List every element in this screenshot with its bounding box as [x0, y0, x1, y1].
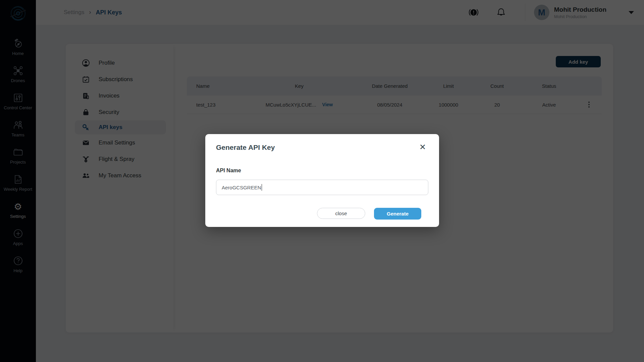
modal-buttons: close Generate [317, 208, 421, 220]
text-cursor [262, 184, 262, 191]
close-button[interactable]: close [317, 208, 365, 219]
modal-title: Generate API Key [216, 143, 275, 152]
api-name-input[interactable]: AeroGCSGREEN [216, 180, 428, 195]
generate-button[interactable]: Generate [374, 208, 421, 220]
app-root: Home Drones [0, 0, 644, 362]
generate-api-key-modal: Generate API Key ✕ API Name AeroGCSGREEN… [205, 134, 439, 227]
close-icon[interactable]: ✕ [418, 142, 428, 152]
api-name-label: API Name [216, 168, 241, 174]
api-name-value: AeroGCSGREEN [222, 185, 261, 190]
